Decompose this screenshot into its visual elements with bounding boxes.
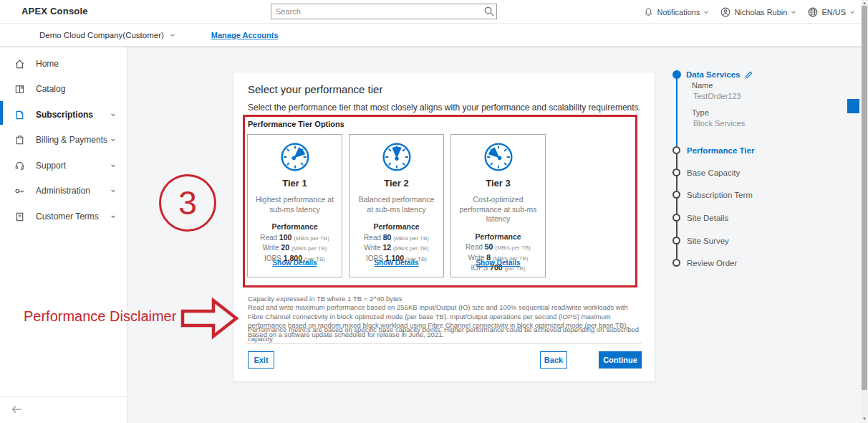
tier-name: Tier 1 bbox=[248, 178, 342, 189]
stepper-connector-complete bbox=[676, 75, 677, 151]
back-button[interactable]: Back bbox=[540, 351, 567, 369]
chevron-down-icon bbox=[110, 214, 116, 219]
scrollbar-down-icon[interactable]: ▼ bbox=[861, 417, 868, 421]
step-field-type-label: Type bbox=[692, 108, 709, 117]
sidebar-item-label: Subscriptions bbox=[36, 110, 93, 120]
gauge-high-icon bbox=[279, 141, 311, 173]
locale-label: EN/US bbox=[821, 8, 846, 16]
sidebar-item-subscriptions[interactable]: Subscriptions bbox=[0, 107, 127, 123]
step-review-order[interactable]: Review Order bbox=[687, 259, 737, 267]
write-stat: Write 20 (MB/s per TB) bbox=[248, 243, 342, 252]
home-icon bbox=[14, 59, 25, 70]
annotation-step-number: 3 bbox=[159, 174, 216, 232]
top-bar: APEX Console Notifications Nicholas Rubi… bbox=[0, 0, 868, 24]
sidebar-item-label: Support bbox=[36, 161, 66, 171]
page-title: Select your performance tier bbox=[248, 83, 382, 95]
step-dot-subscription-term bbox=[672, 191, 680, 199]
gauge-mid-icon bbox=[381, 141, 413, 173]
sidebar-item-customer-terms[interactable]: Customer Terms bbox=[0, 209, 127, 224]
step-dot-performance-tier bbox=[672, 146, 680, 154]
performance-label: Performance bbox=[451, 232, 545, 241]
step-dot-data-services bbox=[672, 70, 681, 79]
chevron-down-icon bbox=[849, 9, 855, 15]
company-selector[interactable]: Demo Cloud Company(Customer) bbox=[39, 31, 175, 39]
step-performance-tier[interactable]: Performance Tier bbox=[687, 146, 754, 155]
tier-name: Tier 2 bbox=[349, 178, 443, 189]
chevron-down-icon bbox=[110, 112, 116, 118]
sidebar-item-catalog[interactable]: Catalog bbox=[0, 81, 127, 97]
user-icon bbox=[720, 7, 730, 17]
notifications-menu[interactable]: Notifications bbox=[644, 7, 709, 16]
subscriptions-icon bbox=[14, 110, 25, 120]
step-subscription-term[interactable]: Subscription Term bbox=[687, 191, 753, 199]
billing-icon bbox=[14, 135, 25, 146]
tier-description: Highest performance at sub-ms latency bbox=[254, 195, 336, 214]
step-site-details[interactable]: Site Details bbox=[687, 214, 728, 222]
annotation-callout-text: Performance Disclaimer bbox=[24, 308, 176, 325]
page-subtitle: Select the performance tier that most cl… bbox=[248, 103, 641, 113]
catalog-icon bbox=[14, 84, 25, 95]
bell-icon bbox=[644, 7, 653, 16]
step-data-services[interactable]: Data Services bbox=[686, 70, 753, 79]
chevron-down-icon bbox=[703, 9, 709, 15]
step-dot-site-survey bbox=[672, 237, 680, 244]
chevron-down-icon bbox=[110, 188, 116, 194]
exit-button[interactable]: Exit bbox=[248, 351, 274, 369]
notifications-label: Notifications bbox=[657, 8, 700, 16]
collapse-sidebar-icon[interactable] bbox=[11, 405, 22, 414]
tier-card-2[interactable]: Tier 2 Balanced performance at sub-ms la… bbox=[349, 134, 444, 277]
sidebar-item-home[interactable]: Home bbox=[0, 56, 127, 72]
capacity-disclaimer: Capacity expressed in TB where 1 TB = 2^… bbox=[248, 295, 643, 304]
show-details-link[interactable]: Show Details bbox=[248, 259, 342, 267]
user-menu[interactable]: Nicholas Rubin bbox=[720, 7, 796, 17]
sidebar-item-label: Home bbox=[36, 59, 59, 69]
continue-button[interactable]: Continue bbox=[599, 351, 642, 369]
tier-description: Cost-optimized performance at sub-ms lat… bbox=[457, 195, 539, 224]
chevron-down-icon bbox=[791, 9, 796, 15]
company-name: Demo Cloud Company(Customer) bbox=[39, 31, 164, 39]
step-label: Data Services bbox=[686, 70, 740, 79]
chevron-down-icon bbox=[170, 32, 175, 38]
step-field-name-value: TestOrder123 bbox=[693, 92, 741, 100]
performance-label: Performance bbox=[349, 222, 443, 231]
search-icon[interactable] bbox=[482, 6, 496, 16]
read-stat: Read 80 (MB/s per TB) bbox=[349, 233, 443, 242]
tier-card-3[interactable]: Tier 3 Cost-optimized performance at sub… bbox=[450, 134, 546, 277]
manage-accounts-link[interactable]: Manage Accounts bbox=[211, 31, 279, 39]
read-stat: Read 50 (MB/s per TB) bbox=[451, 242, 545, 251]
app-title: APEX Console bbox=[21, 6, 88, 16]
edit-icon[interactable] bbox=[745, 71, 753, 79]
globe-icon bbox=[808, 7, 818, 17]
support-icon bbox=[14, 161, 25, 171]
customer-terms-icon bbox=[14, 212, 25, 222]
sidebar-item-support[interactable]: Support bbox=[0, 158, 127, 174]
write-stat: Write 12 (MB/s per TB) bbox=[349, 243, 443, 252]
show-details-link[interactable]: Show Details bbox=[349, 259, 443, 267]
step-field-name-label: Name bbox=[692, 81, 713, 90]
scrollbar-up-icon[interactable]: ▲ bbox=[861, 1, 868, 5]
annotation-blue-marker bbox=[847, 99, 859, 113]
tier-card-1[interactable]: Tier 1 Highest performance at sub-ms lat… bbox=[247, 134, 342, 277]
tier-name: Tier 3 bbox=[451, 178, 545, 189]
show-details-link[interactable]: Show Details bbox=[451, 259, 545, 267]
footer-divider bbox=[246, 343, 642, 344]
sidebar-nav: Home Catalog Subscriptions Billing & Pay… bbox=[0, 47, 127, 423]
user-name: Nicholas Rubin bbox=[734, 8, 787, 16]
sidebar-item-label: Customer Terms bbox=[36, 212, 99, 222]
top-right-menu: Notifications Nicholas Rubin EN/US bbox=[644, 0, 855, 24]
step-dot-site-details bbox=[672, 214, 680, 222]
locale-menu[interactable]: EN/US bbox=[808, 7, 855, 17]
stepper-connector-pending bbox=[676, 151, 677, 263]
search-input[interactable] bbox=[271, 7, 482, 16]
scrollbar-thumb[interactable] bbox=[862, 6, 867, 390]
chevron-down-icon bbox=[110, 163, 116, 168]
metrics-disclaimer: Performance metrics are based on specifi… bbox=[248, 325, 643, 343]
step-site-survey[interactable]: Site Survey bbox=[687, 237, 729, 245]
step-base-capacity[interactable]: Base Capacity bbox=[687, 168, 740, 177]
search-box[interactable] bbox=[271, 4, 497, 19]
gauge-low-icon bbox=[483, 141, 514, 173]
step-dot-review-order bbox=[672, 259, 680, 267]
sidebar-item-billing[interactable]: Billing & Payments bbox=[0, 132, 127, 148]
sidebar-item-administration[interactable]: Administration bbox=[0, 183, 127, 199]
step-field-type-value: Block Services bbox=[693, 119, 745, 128]
